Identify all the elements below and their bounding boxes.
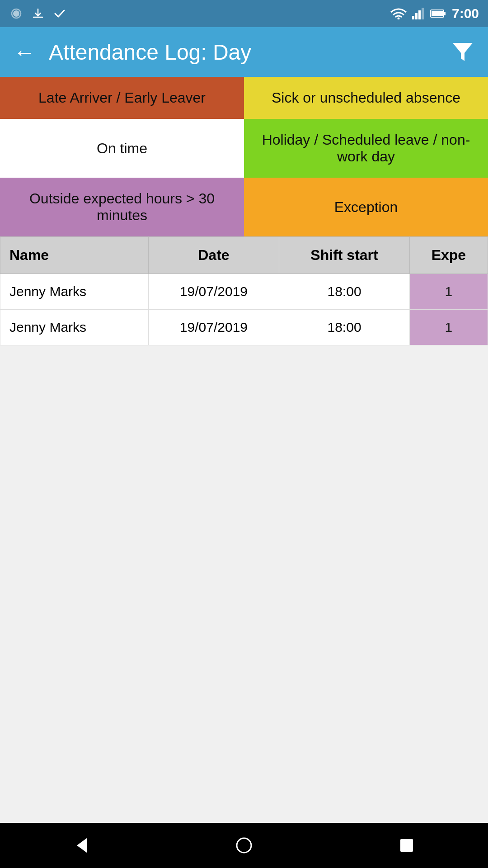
status-bar-left-icons bbox=[9, 6, 67, 21]
svg-rect-8 bbox=[444, 12, 446, 15]
cell-name: Jenny Marks bbox=[0, 274, 149, 310]
back-button[interactable]: ← bbox=[14, 40, 35, 65]
col-header-name: Name bbox=[0, 237, 149, 274]
legend-outside: Outside expected hours > 30 minutes bbox=[0, 178, 244, 236]
time-display: 7:00 bbox=[452, 6, 479, 21]
legend-sick: Sick or unscheduled absence bbox=[244, 77, 488, 119]
cell-date: 19/07/2019 bbox=[148, 274, 279, 310]
cell-expe: 1 bbox=[409, 274, 488, 310]
nav-back-button[interactable] bbox=[68, 832, 95, 859]
cell-expe: 1 bbox=[409, 310, 488, 345]
attendance-table-container: Name Date Shift start Expe Jenny Marks19… bbox=[0, 236, 488, 345]
svg-rect-4 bbox=[415, 13, 418, 19]
legend-late: Late Arriver / Early Leaver bbox=[0, 77, 244, 119]
svg-point-12 bbox=[237, 838, 251, 853]
legend-ontime: On time bbox=[0, 119, 244, 178]
legend-holiday: Holiday / Scheduled leave / non-work day bbox=[244, 119, 488, 178]
status-bar: 7:00 bbox=[0, 0, 488, 27]
empty-area bbox=[0, 345, 488, 823]
cell-date: 19/07/2019 bbox=[148, 310, 279, 345]
svg-rect-6 bbox=[422, 8, 424, 19]
cell-shift-start: 18:00 bbox=[279, 310, 409, 345]
legend: Late Arriver / Early Leaver Sick or unsc… bbox=[0, 77, 488, 236]
check-icon bbox=[52, 6, 67, 21]
svg-marker-10 bbox=[453, 43, 473, 61]
svg-rect-5 bbox=[418, 10, 421, 19]
sun-icon bbox=[9, 6, 23, 21]
status-bar-right-icons: 7:00 bbox=[390, 6, 479, 21]
app-bar: ← Attendance Log: Day bbox=[0, 27, 488, 77]
cell-shift-start: 18:00 bbox=[279, 274, 409, 310]
col-header-expe: Expe bbox=[409, 237, 488, 274]
svg-point-2 bbox=[397, 18, 399, 20]
bottom-nav bbox=[0, 823, 488, 868]
col-header-date: Date bbox=[148, 237, 279, 274]
table-row: Jenny Marks19/07/201918:001 bbox=[0, 310, 488, 345]
nav-recent-button[interactable] bbox=[393, 832, 420, 859]
svg-rect-9 bbox=[432, 11, 443, 16]
cell-name: Jenny Marks bbox=[0, 310, 149, 345]
table-row: Jenny Marks19/07/201918:001 bbox=[0, 274, 488, 310]
svg-rect-13 bbox=[400, 839, 413, 852]
attendance-table: Name Date Shift start Expe Jenny Marks19… bbox=[0, 236, 488, 345]
legend-exception: Exception bbox=[244, 178, 488, 236]
nav-home-button[interactable] bbox=[230, 832, 258, 859]
page-title: Attendance Log: Day bbox=[49, 40, 437, 65]
svg-rect-3 bbox=[412, 16, 414, 19]
svg-point-0 bbox=[13, 10, 19, 17]
svg-marker-11 bbox=[77, 838, 87, 853]
download-icon bbox=[31, 6, 45, 21]
filter-button[interactable] bbox=[451, 40, 474, 64]
col-header-shift-start: Shift start bbox=[279, 237, 409, 274]
table-header-row: Name Date Shift start Expe bbox=[0, 237, 488, 274]
